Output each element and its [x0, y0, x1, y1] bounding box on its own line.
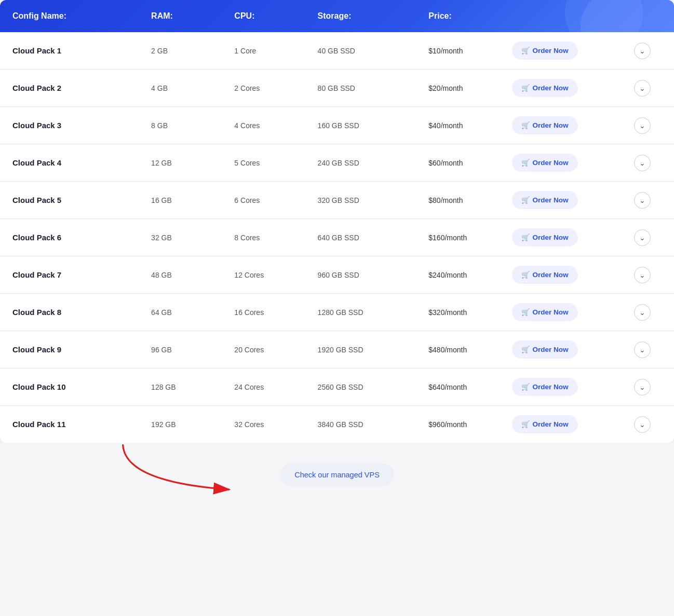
table-row: Cloud Pack 6 32 GB 8 Cores 640 GB SSD $1… — [0, 219, 674, 256]
pack-order-cell: 🛒 Order Now — [512, 303, 634, 321]
order-now-label: Order Now — [533, 121, 569, 129]
pack-expand-cell: ⌄ — [634, 341, 662, 358]
pack-expand-cell: ⌄ — [634, 416, 662, 433]
rows-container: Cloud Pack 1 2 GB 1 Core 40 GB SSD $10/m… — [0, 32, 674, 443]
pack-expand-cell: ⌄ — [634, 43, 662, 59]
order-now-button[interactable]: 🛒 Order Now — [512, 116, 578, 134]
expand-button[interactable]: ⌄ — [634, 43, 651, 59]
pack-ram: 96 GB — [151, 346, 234, 354]
pack-price: $10/month — [428, 47, 511, 55]
pack-ram: 32 GB — [151, 234, 234, 242]
expand-button[interactable]: ⌄ — [634, 229, 651, 246]
header-config-name: Config Name: — [12, 11, 151, 21]
pack-cpu: 6 Cores — [234, 196, 317, 204]
pack-cpu: 20 Cores — [234, 346, 317, 354]
cart-icon: 🛒 — [521, 84, 530, 92]
pack-storage: 240 GB SSD — [318, 159, 429, 167]
order-now-label: Order Now — [533, 47, 569, 54]
pack-cpu: 2 Cores — [234, 84, 317, 92]
pack-storage: 2560 GB SSD — [318, 383, 429, 391]
pack-order-cell: 🛒 Order Now — [512, 228, 634, 247]
order-now-button[interactable]: 🛒 Order Now — [512, 42, 578, 60]
pack-ram: 4 GB — [151, 84, 234, 92]
order-now-label: Order Now — [533, 420, 569, 428]
pack-price: $80/month — [428, 196, 511, 204]
expand-button[interactable]: ⌄ — [634, 155, 651, 171]
order-now-label: Order Now — [533, 346, 569, 353]
pack-name: Cloud Pack 7 — [12, 270, 151, 279]
cart-icon: 🛒 — [521, 308, 530, 316]
pack-storage: 160 GB SSD — [318, 121, 429, 130]
pack-expand-cell: ⌄ — [634, 267, 662, 283]
chevron-down-icon: ⌄ — [639, 234, 645, 242]
cart-icon: 🛒 — [521, 234, 530, 241]
managed-vps-button[interactable]: Check our managed VPS — [280, 463, 394, 486]
pack-name: Cloud Pack 9 — [12, 345, 151, 354]
expand-button[interactable]: ⌄ — [634, 192, 651, 209]
cart-icon: 🛒 — [521, 383, 530, 391]
table-row: Cloud Pack 8 64 GB 16 Cores 1280 GB SSD … — [0, 294, 674, 331]
header-price: Price: — [428, 11, 511, 21]
chevron-down-icon: ⌄ — [639, 420, 645, 429]
table-row: Cloud Pack 5 16 GB 6 Cores 320 GB SSD $8… — [0, 182, 674, 219]
footer-area: Check our managed VPS — [0, 443, 674, 502]
pack-ram: 8 GB — [151, 121, 234, 130]
expand-button[interactable]: ⌄ — [634, 117, 651, 134]
expand-button[interactable]: ⌄ — [634, 80, 651, 97]
chevron-down-icon: ⌄ — [639, 308, 645, 317]
pack-storage: 1920 GB SSD — [318, 346, 429, 354]
pack-ram: 64 GB — [151, 308, 234, 317]
pack-expand-cell: ⌄ — [634, 80, 662, 97]
pack-ram: 48 GB — [151, 271, 234, 279]
order-now-label: Order Now — [533, 383, 569, 391]
expand-button[interactable]: ⌄ — [634, 341, 651, 358]
cart-icon: 🛒 — [521, 47, 530, 54]
pack-order-cell: 🛒 Order Now — [512, 378, 634, 396]
cart-icon: 🛒 — [521, 271, 530, 279]
chevron-down-icon: ⌄ — [639, 159, 645, 167]
pack-price: $20/month — [428, 84, 511, 92]
pack-price: $40/month — [428, 121, 511, 130]
pack-storage: 960 GB SSD — [318, 271, 429, 279]
cart-icon: 🛒 — [521, 420, 530, 428]
chevron-down-icon: ⌄ — [639, 84, 645, 92]
pack-cpu: 12 Cores — [234, 271, 317, 279]
order-now-button[interactable]: 🛒 Order Now — [512, 79, 578, 97]
order-now-button[interactable]: 🛒 Order Now — [512, 340, 578, 359]
order-now-label: Order Now — [533, 234, 569, 241]
chevron-down-icon: ⌄ — [639, 196, 645, 204]
order-now-button[interactable]: 🛒 Order Now — [512, 154, 578, 172]
expand-button[interactable]: ⌄ — [634, 416, 651, 433]
pack-storage: 640 GB SSD — [318, 234, 429, 242]
order-now-label: Order Now — [533, 159, 569, 167]
order-now-button[interactable]: 🛒 Order Now — [512, 378, 578, 396]
pack-cpu: 4 Cores — [234, 121, 317, 130]
order-now-button[interactable]: 🛒 Order Now — [512, 191, 578, 209]
order-now-button[interactable]: 🛒 Order Now — [512, 228, 578, 247]
pack-expand-cell: ⌄ — [634, 117, 662, 134]
pack-storage: 40 GB SSD — [318, 47, 429, 55]
order-now-button[interactable]: 🛒 Order Now — [512, 415, 578, 433]
pack-price: $480/month — [428, 346, 511, 354]
order-now-button[interactable]: 🛒 Order Now — [512, 303, 578, 321]
pack-order-cell: 🛒 Order Now — [512, 154, 634, 172]
pack-storage: 3840 GB SSD — [318, 420, 429, 429]
pack-name: Cloud Pack 8 — [12, 308, 151, 317]
pack-cpu: 1 Core — [234, 47, 317, 55]
chevron-down-icon: ⌄ — [639, 47, 645, 55]
order-now-button[interactable]: 🛒 Order Now — [512, 266, 578, 284]
expand-button[interactable]: ⌄ — [634, 379, 651, 395]
pack-expand-cell: ⌄ — [634, 229, 662, 246]
pack-storage: 1280 GB SSD — [318, 308, 429, 317]
pack-name: Cloud Pack 10 — [12, 382, 151, 391]
pack-name: Cloud Pack 11 — [12, 420, 151, 429]
pack-price: $320/month — [428, 308, 511, 317]
table-row: Cloud Pack 7 48 GB 12 Cores 960 GB SSD $… — [0, 256, 674, 294]
expand-button[interactable]: ⌄ — [634, 267, 651, 283]
expand-button[interactable]: ⌄ — [634, 304, 651, 321]
header-cpu: CPU: — [234, 11, 317, 21]
pack-name: Cloud Pack 1 — [12, 46, 151, 55]
pack-order-cell: 🛒 Order Now — [512, 266, 634, 284]
table-row: Cloud Pack 3 8 GB 4 Cores 160 GB SSD $40… — [0, 107, 674, 144]
pricing-table: Config Name: RAM: CPU: Storage: Price: C… — [0, 0, 674, 443]
